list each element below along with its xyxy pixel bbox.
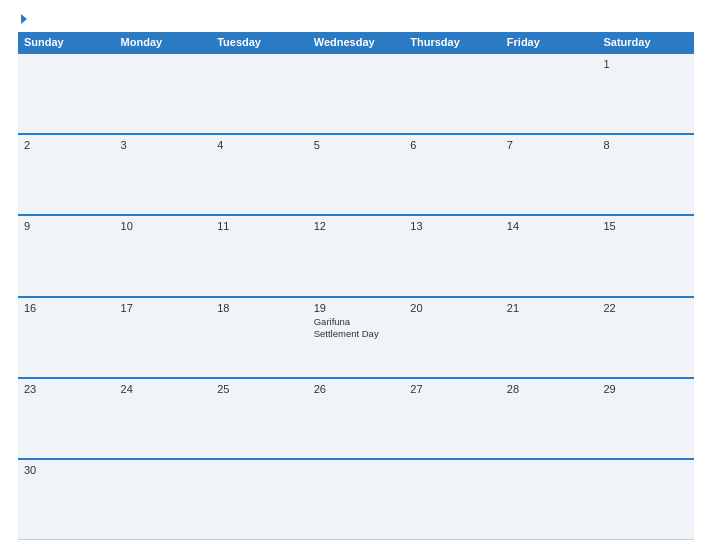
weeks-container: 12345678910111213141516171819Garifuna Se… <box>18 52 694 540</box>
day-cell: 19Garifuna Settlement Day <box>308 298 405 377</box>
day-number: 19 <box>314 302 399 314</box>
day-number: 25 <box>217 383 302 395</box>
day-header-friday: Friday <box>501 32 598 52</box>
day-cell: 20 <box>404 298 501 377</box>
day-cell: 21 <box>501 298 598 377</box>
day-cell: 17 <box>115 298 212 377</box>
day-number: 20 <box>410 302 495 314</box>
day-number: 22 <box>603 302 688 314</box>
day-number: 16 <box>24 302 109 314</box>
day-number: 28 <box>507 383 592 395</box>
day-cell: 14 <box>501 216 598 295</box>
week-row-1: 1 <box>18 52 694 133</box>
day-cell: 12 <box>308 216 405 295</box>
day-event: Garifuna Settlement Day <box>314 316 399 341</box>
day-number: 21 <box>507 302 592 314</box>
day-cell: 28 <box>501 379 598 458</box>
day-number: 26 <box>314 383 399 395</box>
day-cell <box>404 460 501 539</box>
day-cell <box>308 460 405 539</box>
day-cell: 16 <box>18 298 115 377</box>
day-headers-row: SundayMondayTuesdayWednesdayThursdayFrid… <box>18 32 694 52</box>
day-cell: 23 <box>18 379 115 458</box>
day-header-saturday: Saturday <box>597 32 694 52</box>
day-number: 15 <box>603 220 688 232</box>
calendar-page: SundayMondayTuesdayWednesdayThursdayFrid… <box>0 0 712 550</box>
week-row-3: 9101112131415 <box>18 214 694 295</box>
day-cell: 15 <box>597 216 694 295</box>
day-cell <box>501 460 598 539</box>
day-cell: 13 <box>404 216 501 295</box>
day-number: 30 <box>24 464 109 476</box>
day-number: 29 <box>603 383 688 395</box>
day-cell <box>211 54 308 133</box>
day-cell: 10 <box>115 216 212 295</box>
day-cell: 9 <box>18 216 115 295</box>
day-cell: 2 <box>18 135 115 214</box>
day-cell: 8 <box>597 135 694 214</box>
day-cell: 27 <box>404 379 501 458</box>
day-number: 6 <box>410 139 495 151</box>
day-header-wednesday: Wednesday <box>308 32 405 52</box>
logo <box>18 14 27 24</box>
day-cell: 30 <box>18 460 115 539</box>
day-number: 11 <box>217 220 302 232</box>
day-number: 17 <box>121 302 206 314</box>
logo-triangle-icon <box>21 14 27 24</box>
day-cell: 6 <box>404 135 501 214</box>
calendar-grid: SundayMondayTuesdayWednesdayThursdayFrid… <box>18 32 694 540</box>
day-cell <box>115 54 212 133</box>
day-number: 4 <box>217 139 302 151</box>
day-cell <box>597 460 694 539</box>
day-header-thursday: Thursday <box>404 32 501 52</box>
day-cell <box>18 54 115 133</box>
day-cell: 26 <box>308 379 405 458</box>
day-number: 12 <box>314 220 399 232</box>
day-header-monday: Monday <box>115 32 212 52</box>
day-cell: 1 <box>597 54 694 133</box>
day-number: 3 <box>121 139 206 151</box>
day-cell: 29 <box>597 379 694 458</box>
day-cell: 3 <box>115 135 212 214</box>
week-row-4: 16171819Garifuna Settlement Day202122 <box>18 296 694 377</box>
day-number: 18 <box>217 302 302 314</box>
day-cell <box>211 460 308 539</box>
day-cell <box>308 54 405 133</box>
day-number: 5 <box>314 139 399 151</box>
day-cell <box>404 54 501 133</box>
day-cell: 25 <box>211 379 308 458</box>
day-number: 8 <box>603 139 688 151</box>
day-number: 1 <box>603 58 688 70</box>
week-row-6: 30 <box>18 458 694 540</box>
day-number: 10 <box>121 220 206 232</box>
day-cell: 22 <box>597 298 694 377</box>
day-number: 2 <box>24 139 109 151</box>
day-number: 13 <box>410 220 495 232</box>
day-number: 14 <box>507 220 592 232</box>
day-cell <box>501 54 598 133</box>
day-cell <box>115 460 212 539</box>
day-number: 24 <box>121 383 206 395</box>
day-cell: 4 <box>211 135 308 214</box>
header <box>18 14 694 24</box>
day-cell: 24 <box>115 379 212 458</box>
day-number: 27 <box>410 383 495 395</box>
day-number: 7 <box>507 139 592 151</box>
day-cell: 18 <box>211 298 308 377</box>
logo-blue-text <box>18 14 27 24</box>
week-row-2: 2345678 <box>18 133 694 214</box>
day-cell: 7 <box>501 135 598 214</box>
day-header-tuesday: Tuesday <box>211 32 308 52</box>
day-number: 9 <box>24 220 109 232</box>
week-row-5: 23242526272829 <box>18 377 694 458</box>
day-cell: 11 <box>211 216 308 295</box>
day-number: 23 <box>24 383 109 395</box>
day-header-sunday: Sunday <box>18 32 115 52</box>
day-cell: 5 <box>308 135 405 214</box>
